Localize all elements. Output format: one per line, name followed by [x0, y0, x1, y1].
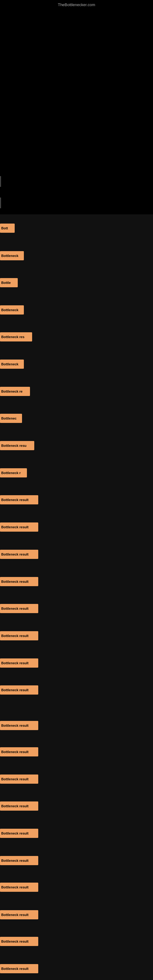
bottleneck-result-label: Bottleneck result [1, 804, 29, 808]
bottleneck-result-label: Bottleneck result [1, 859, 29, 862]
bottleneck-result-item: Bottleneck result [0, 856, 38, 865]
bottleneck-result-item: Bott [0, 224, 15, 233]
bottleneck-result-item: Bottleneck result [0, 802, 38, 811]
bottleneck-result-item: Bottleneck [0, 251, 24, 260]
bottleneck-result-label: Bottleneck result [1, 634, 29, 638]
bottleneck-result-item: Bottleneck result [0, 550, 38, 559]
bottleneck-result-label: Bottleneck result [1, 525, 29, 529]
bottleneck-result-label: Bottleneck result [1, 777, 29, 781]
bottleneck-result-label: Bottleneck result [1, 607, 29, 610]
bottleneck-result-label: Bottleneck re [1, 390, 22, 393]
bottleneck-result-item: Bottleneck result [0, 659, 38, 668]
bottleneck-result-item: Bottleneck result [0, 964, 38, 973]
bottleneck-result-label: Bottleneck result [1, 885, 29, 889]
bottleneck-result-item: Bottleneck result [0, 495, 38, 504]
bottleneck-result-item: Bottleneck result [0, 522, 38, 531]
bottleneck-result-label: Bottleneck result [1, 661, 29, 665]
bottleneck-result-item: Bottleneck result [0, 937, 38, 946]
vertical-indicator-2 [0, 197, 1, 208]
bottleneck-result-label: Bottleneck result [1, 498, 29, 502]
bottleneck-result-item: Bottleneck [0, 360, 24, 369]
bottleneck-result-label: Bottleneck r [1, 471, 21, 475]
bottleneck-result-item: Bottleneck result [0, 604, 38, 613]
bottleneck-result-item: Bottleneck [0, 305, 24, 315]
vertical-indicator-1 [0, 176, 1, 187]
bottleneck-result-item: Bottleneck result [0, 631, 38, 640]
bottleneck-result-item: Bottlenec [0, 414, 22, 423]
chart-background [0, 0, 153, 215]
bottleneck-result-item: Bottleneck re [0, 387, 30, 396]
bottleneck-result-label: Bottlenec [1, 417, 16, 420]
bottleneck-result-label: Bottle [1, 281, 11, 285]
bottleneck-result-label: Bottleneck result [1, 580, 29, 584]
bottleneck-result-label: Bottleneck res [1, 335, 24, 339]
bottleneck-result-item: Bottleneck res [0, 332, 32, 342]
bottleneck-result-label: Bottleneck result [1, 724, 29, 727]
bottleneck-result-label: Bottleneck [1, 362, 18, 366]
bottleneck-result-item: Bottle [0, 278, 18, 287]
bottleneck-result-item: Bottleneck resu [0, 441, 34, 450]
bottleneck-result-item: Bottleneck result [0, 883, 38, 892]
bottleneck-result-label: Bott [1, 226, 8, 230]
bottleneck-result-label: Bottleneck result [1, 832, 29, 835]
bottleneck-result-label: Bottleneck result [1, 967, 29, 970]
bottleneck-result-item: Bottleneck result [0, 775, 38, 784]
bottleneck-result-item: Bottleneck r [0, 468, 27, 477]
bottleneck-result-label: Bottleneck [1, 254, 18, 258]
bottleneck-result-item: Bottleneck result [0, 910, 38, 920]
site-title: TheBottlenecker.com [0, 2, 153, 7]
bottleneck-result-item: Bottleneck result [0, 747, 38, 756]
bottleneck-result-label: Bottleneck result [1, 913, 29, 916]
bottleneck-result-label: Bottleneck resu [1, 444, 27, 447]
bottleneck-result-label: Bottleneck result [1, 940, 29, 943]
bottleneck-result-item: Bottleneck result [0, 721, 38, 730]
bottleneck-result-label: Bottleneck result [1, 552, 29, 556]
bottleneck-result-label: Bottleneck result [1, 750, 29, 754]
bottleneck-result-item: Bottleneck result [0, 686, 38, 695]
bottleneck-result-label: Bottleneck [1, 308, 18, 312]
bottleneck-result-label: Bottleneck result [1, 688, 29, 692]
page-background [0, 215, 153, 980]
bottleneck-result-item: Bottleneck result [0, 829, 38, 838]
bottleneck-result-item: Bottleneck result [0, 577, 38, 586]
